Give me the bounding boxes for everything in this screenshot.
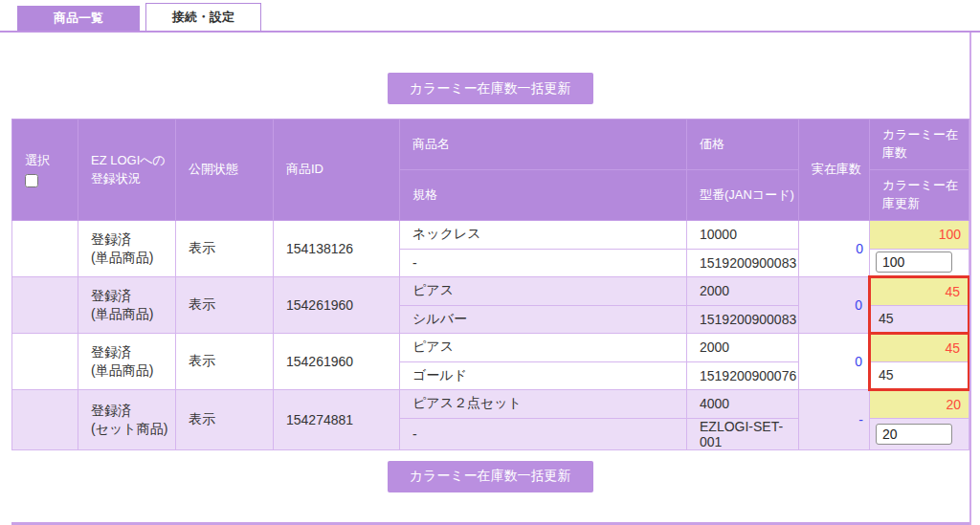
select-cell [12,277,78,334]
stock-update-input[interactable] [876,252,952,273]
registration-cell: 登録済 (単品商品) [78,277,176,334]
product-name-cell: ネックレス [400,221,687,250]
spec-cell: - [400,418,687,449]
product-name-cell: ピアス [400,277,687,306]
model-number-cell: 1519200900083 [687,249,799,277]
content-right-border [969,33,971,525]
product-id-cell: 154138126 [274,221,400,277]
price-cell: 4000 [687,390,799,419]
spec-cell: ゴールド [400,361,687,390]
registration-status: 登録済 [91,287,175,305]
public-status-cell: 表示 [176,277,274,334]
registration-status: 登録済 [91,402,175,420]
table-row: 登録済 (単品商品) 表示 154138126 ネックレス 10000 0 10… [12,221,969,250]
header-colorme-update: カラーミー在庫更新 [870,170,969,221]
colorme-update-cell [870,249,969,277]
product-stock-table: 選択 EZ LOGIへの登録状況 公開状態 商品ID 商品名 価格 実在庫数 カ… [11,119,970,450]
registration-type: (単品商品) [91,361,175,380]
tab-product-list[interactable]: 商品一覧 [17,6,140,31]
public-status-cell: 表示 [176,221,274,277]
colorme-update-cell: 45 [870,305,969,334]
model-number-cell: 1519200900083 [687,305,799,334]
table-row: 登録済 (単品商品) 表示 154261960 ピアス 2000 0 45 [12,277,969,306]
bulk-update-button-top[interactable]: カラーミー在庫数一括更新 [388,73,593,104]
select-cell [12,221,78,277]
header-price: 価格 [687,120,799,170]
colorme-stock-cell: 45 [870,277,969,306]
real-stock-cell: 0 [799,277,870,334]
header-ezlogi-status: EZ LOGIへの登録状況 [78,120,176,221]
model-number-cell: 1519200900076 [687,361,799,390]
real-stock-cell: 0 [799,334,870,390]
product-id-cell: 154261960 [274,277,400,334]
header-real-stock: 実在庫数 [799,120,870,221]
colorme-stock-cell: 45 [870,334,969,362]
bottom-section-bar [11,522,971,525]
bulk-update-button-bottom[interactable]: カラーミー在庫数一括更新 [388,461,593,492]
registration-cell: 登録済 (単品商品) [78,334,176,390]
registration-type: (単品商品) [91,305,175,323]
registration-cell: 登録済 (単品商品) [78,221,176,277]
header-model-number: 型番(JANコード) [687,170,799,221]
header-product-name: 商品名 [400,120,687,170]
registration-status: 登録済 [91,230,175,249]
real-stock-cell: - [799,390,870,450]
price-cell: 2000 [687,277,799,306]
stock-update-value: 45 [877,311,894,326]
header-select: 選択 [12,120,78,221]
price-cell: 10000 [687,221,799,250]
stock-update-input[interactable] [876,424,952,445]
registration-status: 登録済 [91,343,175,361]
spec-cell: シルバー [400,305,687,334]
tab-bar: 商品一覧 接続・設定 [0,0,980,33]
real-stock-cell: 0 [799,221,870,277]
spec-cell: - [400,249,687,277]
select-all-checkbox[interactable] [25,174,38,187]
colorme-update-cell [870,418,969,449]
colorme-update-cell: 45 [870,361,969,390]
header-colorme-stock: カラーミー在庫数 [870,120,969,170]
model-number-cell: EZLOGI-SET-001 [687,418,799,449]
header-select-label: 選択 [25,153,50,167]
header-spec: 規格 [400,170,687,221]
colorme-stock-cell: 20 [870,390,969,419]
table-row: 登録済 (単品商品) 表示 154261960 ピアス 2000 0 45 [12,334,969,362]
product-name-cell: ピアス２点セット [400,390,687,419]
select-cell [12,334,78,390]
public-status-cell: 表示 [176,334,274,390]
registration-type: (単品商品) [91,249,175,267]
registration-cell: 登録済 (セット商品) [78,390,176,450]
colorme-stock-cell: 100 [870,221,969,250]
header-public-status: 公開状態 [176,120,274,221]
table-row: 登録済 (セット商品) 表示 154274881 ピアス２点セット 4000 -… [12,390,969,419]
header-product-id: 商品ID [274,120,400,221]
product-id-cell: 154261960 [274,334,400,390]
price-cell: 2000 [687,334,799,362]
product-id-cell: 154274881 [274,390,400,450]
registration-type: (セット商品) [91,420,175,438]
select-cell [12,390,78,450]
tab-connection-settings[interactable]: 接続・設定 [145,3,261,31]
public-status-cell: 表示 [176,390,274,450]
product-name-cell: ピアス [400,334,687,362]
stock-update-value: 45 [877,367,894,383]
